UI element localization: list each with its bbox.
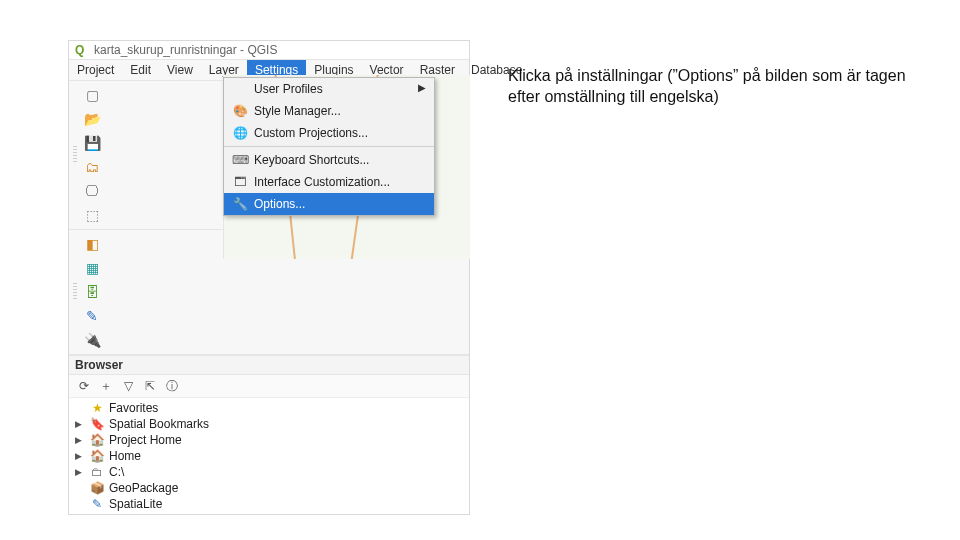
- tree-item-icon: 📦: [89, 481, 105, 495]
- tree-item-c-[interactable]: ▶🗀C:\: [73, 464, 465, 480]
- menu-item-label: Style Manager...: [254, 104, 341, 118]
- tree-item-label: Project Home: [109, 433, 182, 447]
- tree-item-icon: 🏠: [89, 449, 105, 463]
- window-title: karta_skurup_runristningar - QGIS: [94, 43, 277, 57]
- browser-panel: Browser ⟳＋▽⇱ⓘ ★Favorites▶🔖Spatial Bookma…: [69, 355, 469, 514]
- menu-item-custom-projections-[interactable]: 🌐Custom Projections...: [224, 122, 434, 144]
- add-db-icon[interactable]: 🗄: [80, 280, 104, 304]
- tree-item-project-home[interactable]: ▶🏠Project Home: [73, 432, 465, 448]
- plugin-icon[interactable]: 🔌: [80, 328, 104, 352]
- expand-arrow-icon[interactable]: ▶: [75, 467, 85, 477]
- browser-title: Browser: [69, 356, 469, 375]
- menu-item-label: Keyboard Shortcuts...: [254, 153, 369, 167]
- browser-tree: ★Favorites▶🔖Spatial Bookmarks▶🏠Project H…: [69, 398, 469, 514]
- toolbar-grip: [73, 146, 77, 164]
- open-project-icon[interactable]: 📂: [80, 107, 104, 131]
- expand-arrow-icon[interactable]: ▶: [75, 435, 85, 445]
- print-layout-icon[interactable]: 🖵: [80, 179, 104, 203]
- qgis-window: Q karta_skurup_runristningar - QGIS Proj…: [68, 40, 470, 515]
- tree-item-label: Favorites: [109, 401, 158, 415]
- settings-menu: User Profiles▶🎨Style Manager...🌐Custom P…: [223, 77, 435, 216]
- menu-view[interactable]: View: [159, 60, 201, 80]
- menu-item-icon: [232, 81, 248, 97]
- new-project-icon[interactable]: ▢: [80, 83, 104, 107]
- toolbar-grip: [73, 283, 77, 301]
- menu-item-icon: 🎨: [232, 103, 248, 119]
- browser-toolbar: ⟳＋▽⇱ⓘ: [69, 375, 469, 398]
- qgis-icon: Q: [75, 43, 89, 57]
- tree-item-label: GeoPackage: [109, 481, 178, 495]
- tree-item-label: C:\: [109, 465, 124, 479]
- menu-item-interface-customization-[interactable]: 🗔Interface Customization...: [224, 171, 434, 193]
- menu-item-keyboard-shortcuts-[interactable]: ⌨Keyboard Shortcuts...: [224, 149, 434, 171]
- menu-item-label: User Profiles: [254, 82, 323, 96]
- expand-arrow-icon[interactable]: ▶: [75, 419, 85, 429]
- add-vector-icon[interactable]: ◧: [80, 232, 104, 256]
- menu-item-label: Options...: [254, 197, 305, 211]
- menu-item-icon: 🗔: [232, 174, 248, 190]
- menu-item-icon: 🌐: [232, 125, 248, 141]
- tree-item-icon: 🗀: [89, 465, 105, 479]
- menu-project[interactable]: Project: [69, 60, 122, 80]
- menu-item-label: Custom Projections...: [254, 126, 368, 140]
- menu-item-label: Interface Customization...: [254, 175, 390, 189]
- filter-icon[interactable]: ▽: [119, 377, 137, 395]
- tree-item-icon: ★: [89, 401, 105, 415]
- add-icon[interactable]: ＋: [97, 377, 115, 395]
- tree-item-label: Spatial Bookmarks: [109, 417, 209, 431]
- menu-item-icon: ⌨: [232, 152, 248, 168]
- menu-item-user-profiles[interactable]: User Profiles▶: [224, 78, 434, 100]
- tree-item-geopackage[interactable]: 📦GeoPackage: [73, 480, 465, 496]
- submenu-arrow-icon: ▶: [418, 82, 426, 93]
- menu-item-icon: 🔧: [232, 196, 248, 212]
- pen-icon[interactable]: ✎: [80, 304, 104, 328]
- tree-item-label: Home: [109, 449, 141, 463]
- menu-item-style-manager-[interactable]: 🎨Style Manager...: [224, 100, 434, 122]
- refresh-icon[interactable]: ⟳: [75, 377, 93, 395]
- layout-manager-icon[interactable]: 🗂: [80, 155, 104, 179]
- tree-item-icon: 🔖: [89, 417, 105, 431]
- info-icon[interactable]: ⓘ: [163, 377, 181, 395]
- collapse-icon[interactable]: ⇱: [141, 377, 159, 395]
- layout-icon[interactable]: ⬚: [80, 203, 104, 227]
- add-raster-icon[interactable]: ▦: [80, 256, 104, 280]
- tree-item-favorites[interactable]: ★Favorites: [73, 400, 465, 416]
- expand-arrow-icon[interactable]: ▶: [75, 451, 85, 461]
- menu-separator: [224, 146, 434, 147]
- tree-item-icon: ✎: [89, 497, 105, 511]
- menu-item-options-[interactable]: 🔧Options...: [224, 193, 434, 215]
- save-project-icon[interactable]: 💾: [80, 131, 104, 155]
- menu-edit[interactable]: Edit: [122, 60, 159, 80]
- tree-item-home[interactable]: ▶🏠Home: [73, 448, 465, 464]
- titlebar: Q karta_skurup_runristningar - QGIS: [69, 41, 469, 59]
- tree-item-label: SpatiaLite: [109, 497, 162, 511]
- tree-item-spatial-bookmarks[interactable]: ▶🔖Spatial Bookmarks: [73, 416, 465, 432]
- tree-item-spatialite[interactable]: ✎SpatiaLite: [73, 496, 465, 512]
- tree-item-icon: 🏠: [89, 433, 105, 447]
- instruction-caption: Klicka på inställningar (”Options” på bi…: [508, 66, 908, 108]
